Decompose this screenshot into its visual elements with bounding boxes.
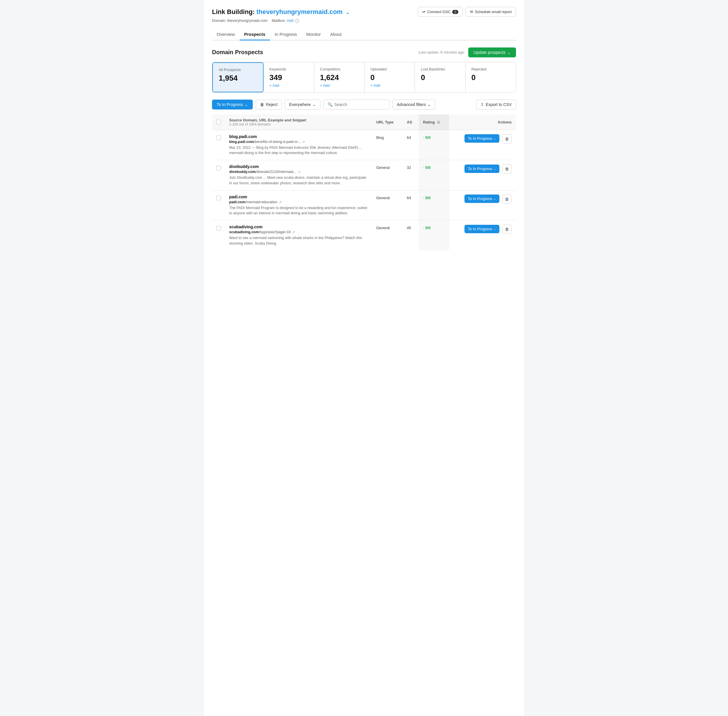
th-actions: Actions bbox=[449, 114, 516, 130]
table-row: padi.com padi.com/mermaid-education ⇗ Th… bbox=[212, 190, 516, 220]
row-action-button-2[interactable]: To In Progress ⌄ bbox=[464, 194, 500, 203]
row-domain-1: divebuddy.com bbox=[229, 164, 368, 169]
th-source: Source Domain, URL Example and Snippet 1… bbox=[225, 114, 372, 130]
row-source-3: scubadiving.com scubadiving.com/tags/asi… bbox=[225, 220, 372, 251]
row-snippet-2: The PADI Mermaid Program is designed to … bbox=[229, 205, 368, 216]
everywhere-dropdown[interactable]: Everywhere ⌄ bbox=[285, 100, 320, 109]
row-delete-button-3[interactable]: 🗑 bbox=[502, 225, 512, 234]
row-type-0: Blog bbox=[372, 130, 403, 160]
table-row: blog.padi.com blog.padi.com/benefits-of-… bbox=[212, 130, 516, 160]
th-check bbox=[212, 114, 225, 130]
row-checkbox-0[interactable] bbox=[216, 135, 221, 140]
sub-header: Domain: theveryhungrymaid.com Mailbox: A… bbox=[212, 18, 516, 23]
row-actions-0: To In Progress ⌄ 🗑 bbox=[449, 130, 516, 160]
stat-add-uploaded[interactable]: + Add bbox=[370, 83, 409, 88]
row-checkbox-2[interactable] bbox=[216, 196, 221, 200]
row-as-1: 32 bbox=[403, 160, 419, 190]
stat-card-uploaded[interactable]: Uploaded 0 + Add bbox=[365, 62, 415, 92]
stat-card-lost-backlinks[interactable]: Lost Backlinks 0 bbox=[415, 62, 465, 92]
section-header: Domain Prospects Last update: 6 minutes … bbox=[212, 47, 516, 58]
external-link-icon[interactable]: ⇗ bbox=[302, 140, 305, 144]
tab-about[interactable]: About bbox=[326, 29, 346, 41]
export-csv-button[interactable]: ⇧ Export to CSV bbox=[476, 100, 516, 109]
select-all-checkbox[interactable] bbox=[216, 120, 221, 124]
row-snippet-0: Mar 23, 2022 — Blog by PADI Mermaid Inst… bbox=[229, 145, 368, 156]
row-action-button-0[interactable]: To In Progress ⌄ bbox=[464, 134, 500, 143]
rating-expand-icon[interactable]: › bbox=[423, 196, 424, 200]
stat-card-keywords[interactable]: Keywords 349 + Add bbox=[264, 62, 314, 92]
update-prospects-button[interactable]: Update prospects ⌄ bbox=[468, 47, 516, 58]
row-domain-0: blog.padi.com bbox=[229, 134, 368, 139]
external-link-icon[interactable]: ⇗ bbox=[292, 230, 295, 234]
stat-value-competitors: 1,624 bbox=[320, 73, 358, 82]
row-rating-score-1: 5/5 bbox=[425, 165, 431, 170]
row-checkbox-3[interactable] bbox=[216, 226, 221, 231]
row-url-2[interactable]: padi.com/mermaid-education ⇗ bbox=[229, 200, 368, 204]
gsc-badge: 0 bbox=[452, 10, 458, 14]
external-link-icon[interactable]: ⇗ bbox=[279, 200, 282, 204]
rating-expand-icon[interactable]: › bbox=[423, 135, 424, 140]
stat-card-all-prospects[interactable]: All Prospects 1,954 bbox=[212, 62, 264, 92]
search-box[interactable]: 🔍 bbox=[323, 100, 390, 109]
stat-label-competitors: Competitors bbox=[320, 67, 358, 71]
row-checkbox-1[interactable] bbox=[216, 166, 221, 170]
advanced-filters-button[interactable]: Advanced filters ⌄ bbox=[393, 100, 436, 109]
rating-expand-icon[interactable]: › bbox=[423, 166, 424, 170]
rating-expand-icon[interactable]: › bbox=[423, 226, 424, 230]
row-check-1 bbox=[212, 160, 225, 190]
connect-gsc-button[interactable]: ⇌ Connect GSC 0 bbox=[418, 7, 463, 17]
row-delete-button-2[interactable]: 🗑 bbox=[502, 194, 512, 204]
stat-card-rejected[interactable]: Rejected 0 bbox=[466, 62, 516, 92]
table-row: divebuddy.com divebuddy.com/divesite/211… bbox=[212, 160, 516, 190]
adv-filters-chevron-icon: ⌄ bbox=[428, 102, 431, 107]
row-snippet-1: Join DiveBuddy.com ... Meet new scuba di… bbox=[229, 175, 368, 186]
schedule-email-button[interactable]: ✉ Schedule email report bbox=[466, 7, 516, 17]
row-url-0[interactable]: blog.padi.com/benefits-of-being-a-padi-m… bbox=[229, 140, 368, 144]
th-type: URL Type bbox=[372, 114, 403, 130]
tab-prospects[interactable]: Prospects bbox=[240, 29, 270, 41]
stat-add-competitors[interactable]: + Add bbox=[320, 83, 358, 88]
row-type-2: General bbox=[372, 190, 403, 220]
stat-label-uploaded: Uploaded bbox=[370, 67, 409, 71]
row-rating-1: › 5/5 bbox=[419, 160, 449, 190]
row-type-3: General bbox=[372, 220, 403, 251]
row-rating-score-2: 5/5 bbox=[425, 196, 431, 200]
th-rating[interactable]: Rating ☰ bbox=[419, 114, 449, 130]
domain-link[interactable]: theveryhungrymermaid.com bbox=[256, 8, 343, 15]
row-as-2: 64 bbox=[403, 190, 419, 220]
to-progress-chevron-icon: ⌄ bbox=[244, 102, 248, 107]
info-icon[interactable]: i bbox=[295, 19, 299, 23]
everywhere-chevron-icon: ⌄ bbox=[312, 102, 316, 107]
row-as-0: 64 bbox=[403, 130, 419, 160]
stat-card-competitors[interactable]: Competitors 1,624 + Add bbox=[314, 62, 365, 92]
stat-add-keywords[interactable]: + Add bbox=[269, 83, 308, 88]
tab-monitor[interactable]: Monitor bbox=[302, 29, 326, 41]
tab-in-progress[interactable]: In Progress bbox=[270, 29, 302, 41]
rating-sort-icon: ☰ bbox=[437, 121, 440, 124]
row-action-button-1[interactable]: To In Progress ⌄ bbox=[464, 164, 500, 173]
stat-label-all: All Prospects bbox=[219, 68, 257, 72]
row-url-1[interactable]: divebuddy.com/divesite/2110/mermaid... ⇗ bbox=[229, 170, 368, 174]
row-action-button-3[interactable]: To In Progress ⌄ bbox=[464, 225, 500, 233]
action-chevron-icon: ⌄ bbox=[493, 137, 496, 140]
stat-value-uploaded: 0 bbox=[370, 73, 409, 82]
action-chevron-icon: ⌄ bbox=[493, 227, 496, 231]
row-actions-1: To In Progress ⌄ 🗑 bbox=[449, 160, 516, 190]
row-check-2 bbox=[212, 190, 225, 220]
reject-button[interactable]: 🗑 Reject bbox=[256, 100, 282, 109]
domain-chevron-icon[interactable]: ⌄ bbox=[346, 10, 349, 15]
tabs: Overview Prospects In Progress Monitor A… bbox=[212, 29, 516, 41]
table-row: scubadiving.com scubadiving.com/tags/asi… bbox=[212, 220, 516, 251]
tab-overview[interactable]: Overview bbox=[212, 29, 240, 41]
mailbox-add-link[interactable]: Add bbox=[287, 18, 294, 23]
search-input[interactable] bbox=[334, 102, 385, 107]
external-link-icon[interactable]: ⇗ bbox=[298, 170, 300, 173]
row-domain-2: padi.com bbox=[229, 194, 368, 199]
to-in-progress-button[interactable]: To In Progress ⌄ bbox=[212, 100, 253, 109]
update-chevron-icon: ⌄ bbox=[507, 50, 511, 55]
connect-gsc-icon: ⇌ bbox=[422, 10, 425, 14]
row-delete-button-0[interactable]: 🗑 bbox=[502, 134, 512, 144]
row-url-3[interactable]: scubadiving.com/tags/asia?page=10 ⇗ bbox=[229, 230, 368, 234]
row-delete-button-1[interactable]: 🗑 bbox=[502, 164, 512, 173]
row-source-0: blog.padi.com blog.padi.com/benefits-of-… bbox=[225, 130, 372, 160]
